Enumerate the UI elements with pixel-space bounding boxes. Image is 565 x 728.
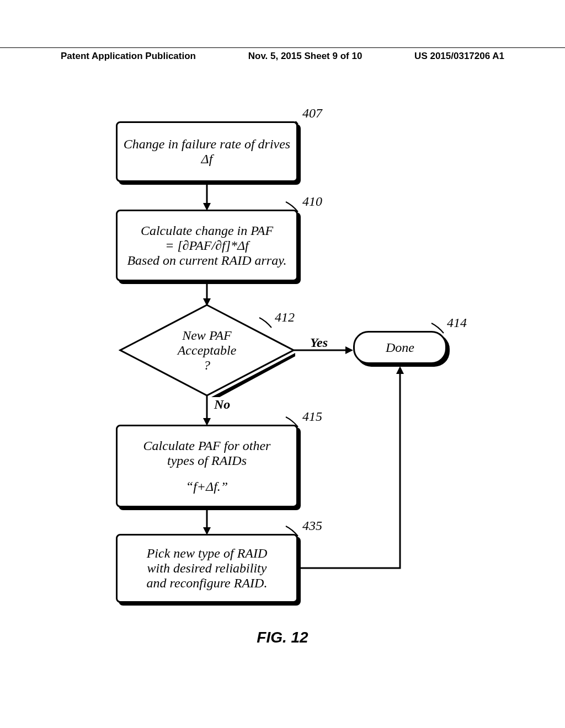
- svg-marker-5: [345, 346, 353, 354]
- box-text: with desired reliability: [147, 561, 267, 576]
- box-text: Based on current RAID array.: [127, 253, 286, 268]
- step-calc-change-paf: Calculate change in PAF = [∂PAF/∂f]*Δf B…: [116, 210, 298, 281]
- step-change-failure-rate: Change in failure rate of drives Δf: [116, 121, 298, 182]
- header-right: US 2015/0317206 A1: [414, 51, 504, 62]
- page-header: Patent Application Publication Nov. 5, 2…: [0, 47, 565, 62]
- flowchart: Change in failure rate of drives Δf 407 …: [0, 121, 565, 618]
- box-text: Calculate change in PAF: [141, 223, 273, 238]
- box-text: types of RAIDs: [167, 453, 247, 468]
- header-left: Patent Application Publication: [61, 51, 196, 62]
- edge-yes: Yes: [310, 335, 328, 350]
- box-text: and reconfigure RAID.: [147, 576, 268, 591]
- box-text: Pick new type of RAID: [147, 546, 268, 561]
- step-pick-new-raid: Pick new type of RAID with desired relia…: [116, 534, 298, 603]
- step-calc-paf-other: Calculate PAF for other types of RAIDs “…: [116, 425, 298, 507]
- terminal-done: Done: [353, 331, 447, 364]
- ref-412: 412: [275, 310, 295, 325]
- edge-no: No: [214, 397, 230, 412]
- box-text: Change in failure rate of drives: [124, 137, 290, 152]
- box-text: Done: [386, 340, 414, 355]
- decision-paf-acceptable: New PAF Acceptable ?: [119, 303, 295, 397]
- ref-414: 414: [447, 315, 467, 330]
- box-text: Calculate PAF for other: [143, 438, 271, 453]
- header-center: Nov. 5, 2015 Sheet 9 of 10: [248, 51, 363, 62]
- ref-435: 435: [302, 518, 322, 533]
- figure-label: FIG. 12: [0, 629, 565, 646]
- ref-415: 415: [302, 409, 322, 424]
- svg-marker-10: [396, 366, 404, 374]
- decision-text: New PAF Acceptable ?: [178, 328, 237, 373]
- diamond-line: Acceptable: [178, 343, 237, 358]
- diamond-line: New PAF: [178, 328, 237, 343]
- box-text: = [∂PAF/∂f]*Δf: [165, 238, 249, 253]
- ref-410: 410: [302, 194, 322, 209]
- box-text: Δf: [201, 152, 213, 167]
- box-text: “f+Δf.”: [186, 479, 228, 494]
- diamond-line: ?: [178, 358, 237, 373]
- header-row: Patent Application Publication Nov. 5, 2…: [0, 51, 565, 62]
- ref-407: 407: [302, 106, 322, 121]
